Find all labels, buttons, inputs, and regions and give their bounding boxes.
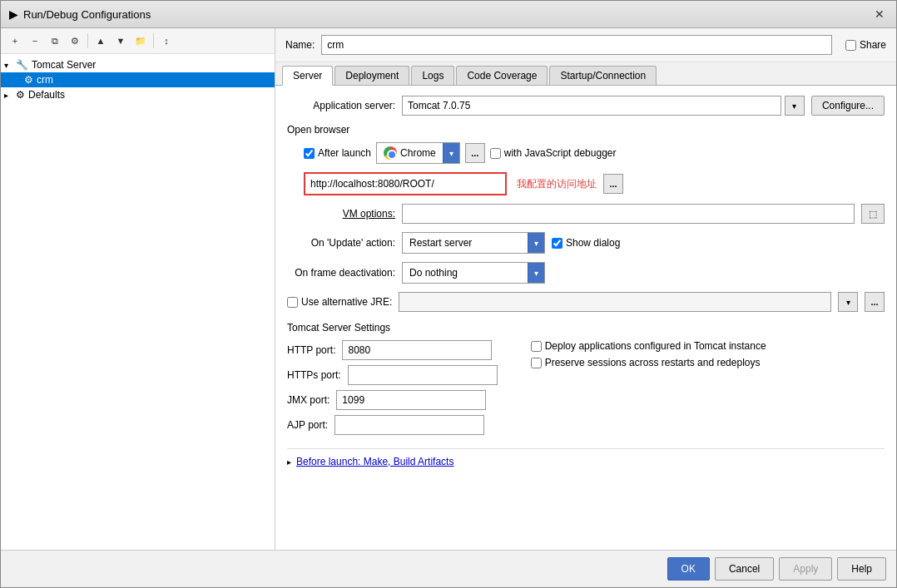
on-update-value[interactable]: Restart server	[403, 235, 528, 250]
move-down-button[interactable]: ▼	[112, 32, 130, 50]
tree-toolbar: + − ⧉ ⚙ ▲ ▼ 📁 ↕	[1, 28, 275, 54]
alt-jre-checkbox[interactable]	[287, 297, 298, 308]
alt-jre-input[interactable]	[399, 292, 831, 312]
vm-options-input[interactable]	[402, 204, 855, 224]
name-input[interactable]	[321, 35, 832, 55]
on-frame-row: On frame deactivation: Do nothing ▾	[287, 262, 885, 284]
browser-combo: Chrome ▾	[376, 142, 460, 164]
before-launch-section: ▸ Before launch: Make, Build Artifacts	[287, 448, 885, 467]
alt-jre-row: Use alternative JRE: ▾ ...	[287, 292, 885, 312]
url-row: 我配置的访问地址 ...	[304, 172, 885, 195]
deploy-options-section: Deploy applications configured in Tomcat…	[531, 340, 766, 440]
deploy-checkbox[interactable]	[531, 341, 542, 352]
url-input[interactable]	[305, 174, 505, 194]
add-config-button[interactable]: +	[6, 32, 24, 50]
move-up-button[interactable]: ▲	[92, 32, 110, 50]
on-frame-combo: Do nothing ▾	[402, 262, 545, 284]
move-to-folder-button[interactable]: 📁	[131, 32, 150, 50]
apply-button[interactable]: Apply	[779, 557, 832, 581]
url-input-wrapper	[304, 172, 507, 195]
chrome-icon	[384, 146, 397, 160]
configure-button[interactable]: Configure...	[811, 96, 885, 116]
url-annotation: 我配置的访问地址	[517, 177, 597, 191]
tab-server[interactable]: Server	[282, 66, 333, 86]
http-port-label: HTTP port:	[287, 344, 335, 356]
tab-logs[interactable]: Logs	[411, 66, 454, 85]
title-bar: ▶ Run/Debug Configurations ✕	[1, 1, 896, 28]
show-dialog-checkbox[interactable]	[552, 238, 562, 249]
vm-options-row: VM options: ⬚	[287, 204, 885, 224]
left-panel: + − ⧉ ⚙ ▲ ▼ 📁 ↕ ▾ 🔧 Tomcat Server	[1, 28, 275, 550]
crm-item[interactable]: ⚙ crm	[1, 72, 275, 87]
jmx-port-input[interactable]	[336, 390, 486, 410]
name-label: Name:	[285, 39, 315, 51]
vm-options-more-button[interactable]: ⬚	[861, 204, 885, 224]
share-checkbox[interactable]	[845, 40, 856, 51]
tomcat-server-group: ▾ 🔧 Tomcat Server ⚙ crm	[1, 57, 275, 87]
preserve-label[interactable]: Preserve sessions across restarts and re…	[531, 357, 766, 368]
close-button[interactable]: ✕	[871, 6, 888, 22]
app-server-label: Application server:	[287, 100, 395, 111]
defaults-label: Defaults	[28, 89, 65, 101]
deploy-label[interactable]: Deploy applications configured in Tomcat…	[531, 340, 766, 352]
settings-layout: HTTP port: HTTPs port: JMX port:	[287, 340, 885, 440]
remove-config-button[interactable]: −	[26, 32, 44, 50]
after-launch-text: After launch	[318, 147, 371, 159]
browser-row: After launch Chrome ▾ ... with JavaScrip…	[304, 142, 885, 164]
app-server-dropdown-arrow[interactable]: ▾	[785, 96, 805, 116]
dialog-icon: ▶	[9, 7, 18, 21]
tab-bar: Server Deployment Logs Code Coverage Sta…	[275, 62, 896, 86]
show-dialog-label[interactable]: Show dialog	[552, 237, 620, 249]
tab-code-coverage[interactable]: Code Coverage	[456, 66, 548, 85]
ajp-port-input[interactable]	[335, 415, 484, 435]
on-update-dropdown-arrow[interactable]: ▾	[528, 233, 544, 253]
https-port-input[interactable]	[348, 365, 498, 385]
defaults-icon: ⚙	[16, 89, 25, 101]
tab-startup-connection[interactable]: Startup/Connection	[549, 66, 657, 85]
url-more-button[interactable]: ...	[603, 174, 623, 194]
toolbar-separator-2	[153, 33, 154, 48]
crm-icon: ⚙	[24, 74, 33, 86]
on-frame-label: On frame deactivation:	[287, 267, 395, 279]
vm-options-label: VM options:	[287, 208, 395, 220]
js-debugger-checkbox[interactable]	[490, 148, 501, 159]
copy-config-button[interactable]: ⧉	[46, 32, 64, 50]
before-launch-arrow: ▸	[287, 457, 291, 467]
before-launch-header[interactable]: ▸ Before launch: Make, Build Artifacts	[287, 456, 885, 467]
tomcat-server-item[interactable]: ▾ 🔧 Tomcat Server	[1, 57, 275, 72]
after-launch-label[interactable]: After launch	[304, 147, 371, 159]
preserve-checkbox[interactable]	[531, 358, 542, 368]
tomcat-server-icon: 🔧	[16, 59, 28, 71]
alt-jre-dropdown-arrow[interactable]: ▾	[838, 292, 858, 312]
ajp-port-label: AJP port:	[287, 419, 328, 431]
app-server-combo: Tomcat 7.0.75 ▾	[402, 96, 805, 116]
help-button[interactable]: Help	[837, 557, 886, 581]
cancel-button[interactable]: Cancel	[715, 557, 774, 581]
config-tree: ▾ 🔧 Tomcat Server ⚙ crm ▸ ⚙ Defaults	[1, 54, 275, 550]
on-frame-dropdown-arrow[interactable]: ▾	[528, 263, 544, 283]
on-update-row: On 'Update' action: Restart server ▾ Sho…	[287, 232, 885, 254]
on-frame-value[interactable]: Do nothing	[403, 265, 528, 280]
browser-more-button[interactable]: ...	[465, 143, 485, 163]
http-port-row: HTTP port:	[287, 340, 498, 360]
move-config-button[interactable]: ⚙	[66, 32, 84, 50]
alt-jre-checkbox-label[interactable]: Use alternative JRE:	[287, 296, 392, 308]
app-server-value[interactable]: Tomcat 7.0.75	[402, 96, 781, 116]
defaults-expand-arrow: ▸	[4, 91, 16, 100]
crm-label: crm	[37, 74, 53, 86]
js-debugger-label[interactable]: with JavaScript debugger	[490, 147, 617, 159]
tomcat-server-label: Tomcat Server	[32, 59, 96, 71]
http-port-input[interactable]	[342, 340, 492, 360]
app-server-row: Application server: Tomcat 7.0.75 ▾ Conf…	[287, 96, 885, 116]
defaults-item[interactable]: ▸ ⚙ Defaults	[1, 87, 275, 102]
sort-button[interactable]: ↕	[157, 32, 176, 50]
toolbar-separator-1	[87, 33, 88, 48]
alt-jre-more-button[interactable]: ...	[865, 292, 885, 312]
browser-dropdown-arrow[interactable]: ▾	[443, 143, 459, 163]
tab-deployment[interactable]: Deployment	[335, 66, 409, 85]
ports-section: HTTP port: HTTPs port: JMX port:	[287, 340, 498, 440]
after-launch-checkbox[interactable]	[304, 148, 315, 159]
bottom-bar: OK Cancel Apply Help	[1, 550, 896, 587]
ok-button[interactable]: OK	[667, 557, 710, 581]
ajp-port-row: AJP port:	[287, 415, 498, 435]
